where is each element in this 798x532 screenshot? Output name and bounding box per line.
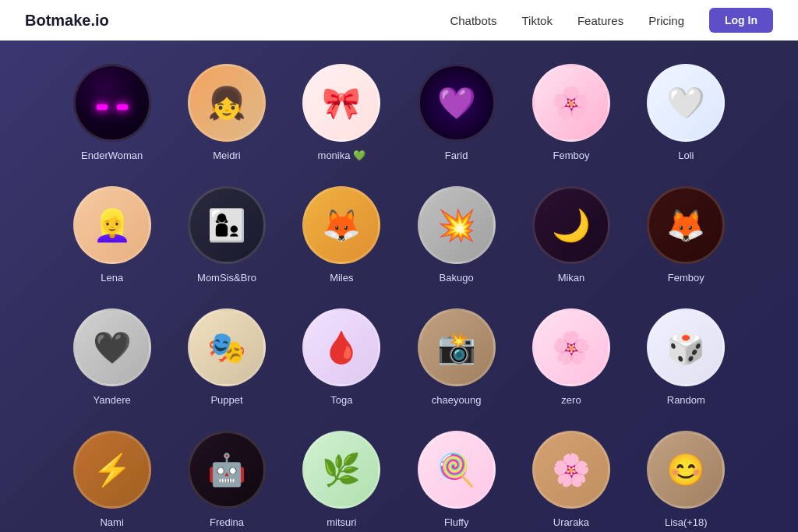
- bot-item[interactable]: 🌸Femboy: [521, 64, 620, 161]
- bot-emoji: 🌸: [552, 332, 591, 363]
- bot-item[interactable]: 📸chaeyoung: [407, 308, 506, 406]
- bot-item[interactable]: 🦊Femboy: [637, 186, 736, 284]
- bot-name: Nami: [100, 516, 123, 528]
- bot-avatar: 🌸: [532, 431, 610, 509]
- bot-avatar: 🎀: [302, 64, 380, 142]
- bot-avatar: 🖤: [73, 308, 151, 386]
- bot-item[interactable]: 🤖Fredina: [177, 431, 276, 528]
- bot-avatar: 🌸: [532, 308, 610, 386]
- bot-name: chaeyoung: [432, 394, 482, 406]
- bot-item[interactable]: ⚡Nami: [62, 431, 161, 528]
- bot-name: Femboy: [553, 150, 590, 161]
- bot-item[interactable]: 🎲Random: [637, 308, 736, 406]
- bot-item[interactable]: 🍭Fluffy: [407, 431, 506, 528]
- bot-emoji: 🎀: [322, 87, 361, 118]
- nav-features[interactable]: Features: [577, 14, 623, 27]
- bot-name: Fredina: [210, 516, 244, 528]
- bot-item[interactable]: 🎭Puppet: [177, 308, 276, 406]
- bot-avatar: 🌿: [302, 431, 380, 509]
- bot-item[interactable]: 💥Bakugo: [407, 186, 506, 284]
- main-content: EnderWoman👧Meidri🎀monika 💚💜Farid🌸Femboy🤍…: [0, 41, 798, 532]
- bot-item[interactable]: 💜Farid: [407, 64, 506, 161]
- bot-name: mitsuri: [327, 516, 356, 528]
- bot-avatar: 🍭: [418, 431, 496, 509]
- bot-avatar: 😊: [647, 431, 725, 509]
- bots-grid: EnderWoman👧Meidri🎀monika 💚💜Farid🌸Femboy🤍…: [62, 64, 736, 528]
- bot-name: Meidri: [213, 150, 240, 161]
- nav-pricing[interactable]: Pricing: [648, 14, 684, 27]
- bot-name: Lisa(+18): [665, 516, 708, 528]
- bot-name: Loli: [678, 150, 694, 161]
- bot-name: Mikan: [558, 272, 585, 284]
- nav-tiktok[interactable]: Tiktok: [521, 14, 552, 27]
- bot-avatar: 🎲: [647, 308, 725, 386]
- bot-avatar: 🤖: [188, 431, 266, 509]
- bot-avatar: 👧: [188, 64, 266, 142]
- bot-avatar: 👱‍♀️: [73, 186, 151, 264]
- bot-avatar: ⚡: [73, 431, 151, 509]
- bot-item[interactable]: EnderWoman: [62, 64, 161, 161]
- bot-emoji: 🩸: [322, 332, 361, 363]
- bot-name: Toga: [330, 394, 352, 406]
- bot-emoji: 👱‍♀️: [93, 210, 132, 241]
- bot-emoji: 🌸: [552, 87, 591, 118]
- bot-name: Farid: [445, 150, 468, 161]
- bot-name: Uraraka: [553, 516, 589, 528]
- bot-emoji: 🌿: [322, 454, 361, 485]
- bot-item[interactable]: 😊Lisa(+18): [637, 431, 736, 528]
- bot-item[interactable]: 🌿mitsuri: [292, 431, 391, 528]
- bot-avatar: 👩‍👦: [188, 186, 266, 264]
- bot-emoji: 😊: [666, 454, 705, 485]
- nav-links: Chatbots Tiktok Features Pricing Log In: [450, 8, 773, 33]
- nav-chatbots[interactable]: Chatbots: [450, 14, 496, 27]
- bot-item[interactable]: 🤍Loli: [637, 64, 736, 161]
- bot-emoji: ⚡: [93, 454, 132, 485]
- bot-emoji: 💜: [437, 87, 476, 118]
- bot-avatar: 💜: [418, 64, 496, 142]
- login-button[interactable]: Log In: [709, 8, 773, 33]
- bot-emoji: 📸: [437, 332, 476, 363]
- bot-emoji: 👧: [207, 87, 246, 118]
- bot-avatar: 🦊: [302, 186, 380, 264]
- bot-item[interactable]: 🌸Uraraka: [521, 431, 620, 528]
- bot-item[interactable]: 🌙Mikan: [521, 186, 620, 284]
- bot-name: Bakugo: [440, 272, 474, 284]
- bot-name: Lena: [101, 272, 123, 284]
- bot-emoji: 👩‍👦: [207, 210, 246, 241]
- bot-item[interactable]: 👩‍👦MomSis&Bro: [177, 186, 276, 284]
- bot-item[interactable]: 🖤Yandere: [62, 308, 161, 406]
- bot-item[interactable]: 🎀monika 💚: [292, 64, 391, 161]
- bot-name: Puppet: [210, 394, 242, 406]
- bot-name: zero: [561, 394, 581, 406]
- bot-item[interactable]: 👱‍♀️Lena: [62, 186, 161, 284]
- bot-avatar: 🦊: [647, 186, 725, 264]
- bot-item[interactable]: 🦊Miles: [292, 186, 391, 284]
- bot-name: EnderWoman: [81, 150, 143, 161]
- bot-avatar: 💥: [418, 186, 496, 264]
- bot-avatar: 🌙: [532, 186, 610, 264]
- bot-name: Miles: [330, 272, 353, 284]
- bot-name: Yandere: [94, 394, 131, 406]
- bot-emoji: 🌙: [552, 210, 591, 241]
- bot-name: Fluffy: [444, 516, 469, 528]
- bot-avatar: 🎭: [188, 308, 266, 386]
- site-logo[interactable]: Botmake.io: [25, 12, 109, 30]
- bot-emoji: 🦊: [666, 210, 705, 241]
- bot-emoji: 🦊: [322, 210, 361, 241]
- bot-name: monika 💚: [318, 150, 366, 161]
- bot-emoji: 🤖: [207, 454, 246, 485]
- navbar: Botmake.io Chatbots Tiktok Features Pric…: [0, 0, 798, 41]
- bot-emoji: 🍭: [437, 454, 476, 485]
- bot-item[interactable]: 🌸zero: [521, 308, 620, 406]
- bot-emoji: 🖤: [93, 332, 132, 363]
- bot-emoji: 💥: [437, 210, 476, 241]
- bot-name: Random: [667, 394, 705, 406]
- bot-avatar: [73, 64, 151, 142]
- bot-avatar: 📸: [418, 308, 496, 386]
- bot-item[interactable]: 🩸Toga: [292, 308, 391, 406]
- bot-item[interactable]: 👧Meidri: [177, 64, 276, 161]
- bot-name: MomSis&Bro: [197, 272, 256, 284]
- bot-name: Femboy: [668, 272, 704, 284]
- bot-emoji: 🎲: [666, 332, 705, 363]
- bot-avatar: 🩸: [302, 308, 380, 386]
